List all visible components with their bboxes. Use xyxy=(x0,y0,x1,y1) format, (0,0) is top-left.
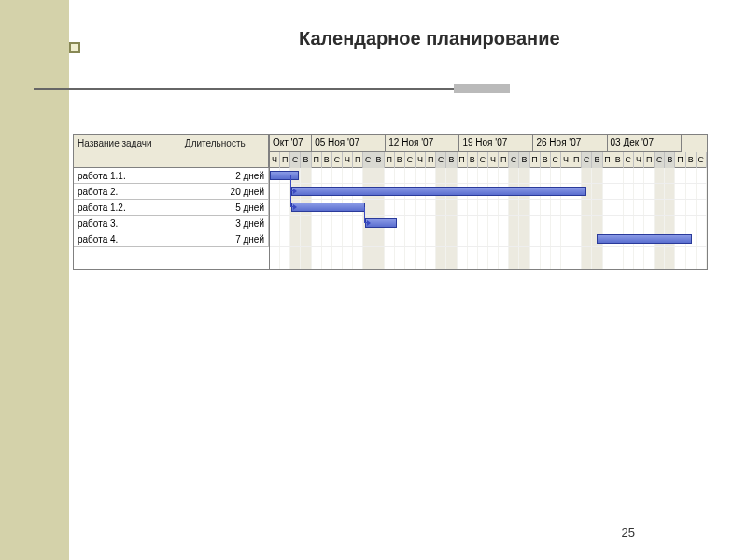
day-header: С xyxy=(405,152,416,168)
week-header: Окт '07 xyxy=(270,135,312,152)
dependency-link xyxy=(290,175,294,207)
header-duration: Длительность xyxy=(162,135,269,167)
table-row[interactable]: работа 2.20 дней xyxy=(74,184,269,200)
week-header: 26 Ноя '07 xyxy=(533,135,607,152)
table-row[interactable]: работа 1.1.2 дней xyxy=(74,168,269,184)
slide-sidebar xyxy=(0,0,69,560)
day-header: В xyxy=(446,152,457,168)
cell-duration: 20 дней xyxy=(162,184,269,199)
day-header: П xyxy=(530,152,541,168)
day-header: П xyxy=(280,152,290,168)
gantt-row xyxy=(270,200,707,216)
day-header: П xyxy=(675,152,685,168)
gantt-row xyxy=(270,184,707,200)
cell-task-name: работа 2. xyxy=(74,184,162,199)
dependency-arrow-icon xyxy=(293,204,297,210)
table-row[interactable]: работа 4.7 дней xyxy=(74,231,269,247)
day-header: П xyxy=(426,152,436,168)
gantt-chart: Название задачи Длительность работа 1.1.… xyxy=(73,134,708,270)
title-bullet xyxy=(69,42,80,53)
cell-duration: 2 дней xyxy=(162,168,269,183)
day-header: В xyxy=(468,152,478,168)
day-header: П xyxy=(644,152,655,168)
day-header: В xyxy=(374,152,384,168)
gantt-row xyxy=(270,168,707,184)
day-header: С xyxy=(509,152,519,168)
day-header: В xyxy=(322,152,332,168)
gantt-row xyxy=(270,231,707,247)
day-header: В xyxy=(592,152,602,168)
day-header: В xyxy=(519,152,529,168)
day-header: П xyxy=(571,152,582,168)
gantt-timeline: Окт '0705 Ноя '0712 Ноя '0719 Ноя '0726 … xyxy=(270,135,707,269)
table-row[interactable]: работа 3.3 дней xyxy=(74,216,269,231)
gantt-row xyxy=(270,216,707,231)
day-header: С xyxy=(332,152,343,168)
day-header: С xyxy=(363,152,374,168)
cell-duration: 3 дней xyxy=(162,216,269,231)
day-header: Ч xyxy=(416,152,426,168)
day-header: С xyxy=(290,152,301,168)
day-header: С xyxy=(436,152,446,168)
gantt-bar[interactable] xyxy=(270,171,299,180)
table-row[interactable]: работа 1.2.5 дней xyxy=(74,200,269,216)
cell-task-name: работа 4. xyxy=(74,231,162,246)
divider-accent xyxy=(454,84,510,93)
day-header: С xyxy=(478,152,488,168)
week-header: 03 Дек '07 xyxy=(608,135,682,152)
day-header: П xyxy=(312,152,322,168)
day-header: С xyxy=(624,152,634,168)
day-header: В xyxy=(301,152,311,168)
day-header: В xyxy=(395,152,405,168)
day-header: П xyxy=(499,152,509,168)
day-header: Ч xyxy=(343,152,353,168)
day-header: П xyxy=(353,152,363,168)
day-header: В xyxy=(686,152,697,168)
day-header: С xyxy=(551,152,561,168)
divider-line xyxy=(34,88,454,90)
day-header: П xyxy=(603,152,613,168)
week-header: 12 Ноя '07 xyxy=(386,135,459,152)
header-task-name: Название задачи xyxy=(74,135,162,167)
day-header: Ч xyxy=(561,152,571,168)
dependency-arrow-icon xyxy=(367,220,371,226)
task-table-header: Название задачи Длительность xyxy=(74,135,269,168)
day-header: Ч xyxy=(270,152,280,168)
day-header: В xyxy=(665,152,675,168)
slide-title: Календарное планирование xyxy=(299,28,560,49)
cell-duration: 5 дней xyxy=(162,200,269,215)
day-header: В xyxy=(541,152,551,168)
task-table: Название задачи Длительность работа 1.1.… xyxy=(74,135,270,269)
day-header: Ч xyxy=(634,152,644,168)
day-header: Ч xyxy=(488,152,499,168)
day-header: С xyxy=(655,152,665,168)
gantt-bar[interactable] xyxy=(291,187,586,196)
page-number: 25 xyxy=(622,525,635,539)
week-header: 19 Ноя '07 xyxy=(459,135,533,152)
gantt-bar[interactable] xyxy=(597,234,692,244)
day-header: С xyxy=(582,152,592,168)
cell-task-name: работа 3. xyxy=(74,216,162,231)
gantt-bar[interactable] xyxy=(291,203,365,212)
cell-duration: 7 дней xyxy=(162,231,269,246)
day-header: П xyxy=(458,152,468,168)
day-header: В xyxy=(613,152,624,168)
day-header: П xyxy=(385,152,395,168)
cell-task-name: работа 1.2. xyxy=(74,200,162,215)
day-header: С xyxy=(697,152,707,168)
timeline-header: Окт '0705 Ноя '0712 Ноя '0719 Ноя '0726 … xyxy=(270,135,707,168)
week-header: 05 Ноя '07 xyxy=(312,135,386,152)
cell-task-name: работа 1.1. xyxy=(74,168,162,183)
